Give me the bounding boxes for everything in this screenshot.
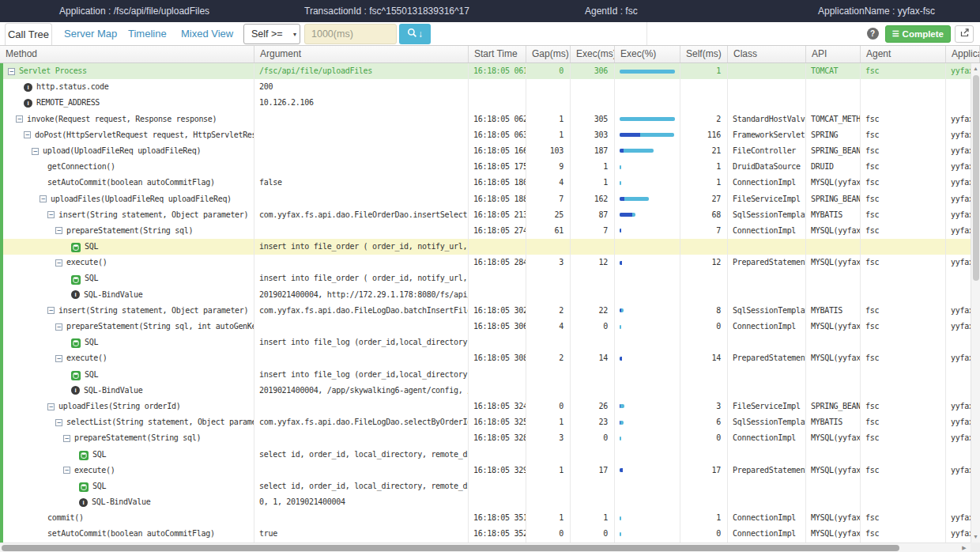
method-cell: −insert(String statement, Object paramet… bbox=[3, 303, 254, 319]
call-tree-row[interactable]: −execute()16:18:05 30821414PreparedState… bbox=[3, 350, 980, 366]
tab-call-tree[interactable]: Call Tree bbox=[5, 23, 52, 45]
start-cell bbox=[469, 447, 526, 463]
vertical-scroll-thumb[interactable] bbox=[973, 75, 979, 281]
argument-cell: /fsc/api/file/uploadFiles bbox=[254, 63, 469, 79]
call-tree-row[interactable]: getConnection()16:18:05 175911DruidDataS… bbox=[3, 159, 980, 175]
gap-cell: 1 bbox=[526, 463, 571, 478]
call-tree-page: Application : /fsc/api/file/uploadFiles … bbox=[0, 0, 980, 552]
method-cell: −uploadFiles(String orderId) bbox=[3, 399, 254, 414]
call-tree-row[interactable]: −uploadFiles(String orderId)16:18:05 324… bbox=[3, 399, 980, 414]
call-tree-row[interactable]: SQLinsert into file_order ( order_id, no… bbox=[3, 270, 980, 286]
call-tree-row[interactable]: SQLinsert into file_order ( order_id, no… bbox=[3, 239, 980, 255]
api-cell: MYSQL(yyfax_… bbox=[806, 430, 861, 446]
call-tree-row[interactable]: SQLinsert into file_log (order_id,local_… bbox=[3, 367, 980, 383]
call-tree-row[interactable]: SQLinsert into file_log (order_id,local_… bbox=[3, 335, 980, 350]
argument-cell: insert into file_order ( order_id, notif… bbox=[254, 239, 469, 255]
call-tree-row[interactable]: −doPost(HttpServletRequest request, Http… bbox=[3, 127, 980, 143]
collapse-icon[interactable]: − bbox=[40, 195, 47, 202]
agent-cell: fsc bbox=[861, 207, 946, 223]
call-tree-row[interactable]: −insert(String statement, Object paramet… bbox=[3, 207, 980, 223]
call-tree-row[interactable]: iSQL-BindValue0, 1, 2019021400004 bbox=[3, 494, 980, 510]
collapse-icon[interactable]: − bbox=[55, 355, 62, 362]
horizontal-scroll-thumb[interactable] bbox=[2, 545, 899, 551]
help-icon[interactable]: ? bbox=[867, 28, 879, 40]
call-tree-row[interactable]: −execute()16:18:05 28431212PreparedState… bbox=[3, 255, 980, 270]
class-cell: SqlSessionTemplate bbox=[728, 414, 806, 430]
call-tree-row[interactable]: SQLselect id, order_id, local_directory,… bbox=[3, 478, 980, 494]
collapse-icon[interactable]: − bbox=[16, 115, 23, 123]
call-tree-row[interactable]: −insert(String statement, Object paramet… bbox=[3, 303, 980, 319]
call-tree-row[interactable]: setAutoCommit(boolean autoCommitFlag)fal… bbox=[3, 175, 980, 191]
agent-cell bbox=[861, 239, 946, 255]
collapse-icon[interactable]: − bbox=[47, 307, 55, 314]
exec-cell: 1 bbox=[571, 159, 615, 175]
call-tree-row[interactable]: ihttp.status.code200 bbox=[3, 79, 980, 95]
filter-type-select[interactable]: Self >= ▾ bbox=[243, 24, 300, 44]
scroll-up-arrow-icon[interactable]: ▲ bbox=[971, 64, 980, 74]
horizontal-scrollbar[interactable]: ▶ bbox=[0, 543, 980, 552]
call-tree-row[interactable]: −prepareStatement(String sql)16:18:05 27… bbox=[3, 223, 980, 239]
call-tree-row[interactable]: −uploadFiles(UploadFileReq uploadFileReq… bbox=[3, 191, 980, 207]
collapse-icon[interactable]: − bbox=[63, 435, 70, 442]
call-tree-row[interactable]: iREMOTE_ADDRESS10.126.2.106 bbox=[3, 95, 980, 111]
exec-percent-bar bbox=[620, 229, 675, 233]
self-cell: 12 bbox=[680, 255, 728, 270]
execbar-cell bbox=[615, 526, 680, 542]
method-cell: −invoke(Request request, Response respon… bbox=[3, 112, 254, 127]
call-tree-row[interactable]: −invoke(Request request, Response respon… bbox=[3, 112, 980, 127]
api-cell: TOMCAT_METHOD bbox=[806, 112, 861, 127]
execbar-cell bbox=[615, 335, 680, 350]
method-cell: setAutoCommit(boolean autoCommitFlag) bbox=[3, 526, 254, 542]
export-button[interactable] bbox=[955, 25, 974, 43]
api-cell: SPRING_BEAN bbox=[806, 191, 861, 207]
collapse-icon[interactable]: − bbox=[47, 403, 55, 410]
call-tree-row[interactable]: −prepareStatement(String sql)16:18:05 32… bbox=[3, 430, 980, 446]
method-cell: SQL bbox=[3, 478, 254, 494]
collapse-icon[interactable]: − bbox=[55, 419, 62, 426]
search-button[interactable]: ↓ bbox=[399, 24, 431, 44]
method-cell: −execute() bbox=[3, 463, 254, 478]
scroll-right-arrow-icon[interactable]: ▶ bbox=[959, 543, 969, 552]
call-tree-row[interactable]: iSQL-BindValue2019021400004, http://172.… bbox=[3, 287, 980, 303]
transaction-application-path: Application : /fsc/api/file/uploadFiles bbox=[59, 6, 209, 17]
collapse-icon[interactable]: − bbox=[55, 259, 62, 267]
call-tree-row[interactable]: SQLselect id, order_id, local_directory,… bbox=[3, 447, 980, 463]
agent-cell bbox=[861, 335, 946, 350]
call-tree-row[interactable]: setAutoCommit(boolean autoCommitFlag)tru… bbox=[3, 526, 980, 542]
argument-cell bbox=[254, 510, 469, 526]
collapse-icon[interactable]: − bbox=[47, 211, 55, 218]
method-label: prepareStatement(String sql) bbox=[66, 223, 193, 239]
tab-timeline[interactable]: Timeline bbox=[128, 22, 167, 45]
collapse-icon[interactable]: − bbox=[55, 323, 62, 331]
method-cell: SQL bbox=[3, 335, 254, 350]
call-tree-row[interactable]: −upload(UploadFileReq uploadFileReq)16:1… bbox=[3, 143, 980, 159]
call-tree-row[interactable]: commit()16:18:05 351111ConnectionImplMYS… bbox=[3, 510, 980, 526]
agent-cell: fsc bbox=[861, 255, 946, 270]
column-header-argument: Argument bbox=[254, 46, 469, 62]
argument-cell bbox=[254, 143, 469, 159]
sql-icon bbox=[71, 242, 81, 251]
method-cell: −execute() bbox=[3, 255, 254, 270]
self-cell bbox=[680, 478, 728, 494]
call-tree-row[interactable]: −execute()16:18:05 32911717PreparedState… bbox=[3, 463, 980, 478]
call-tree-row[interactable]: iSQL-BindValue2019021400004, /app/skywal… bbox=[3, 383, 980, 399]
call-tree-row[interactable]: −prepareStatement(String sql, int autoGe… bbox=[3, 319, 980, 335]
scroll-down-arrow-icon[interactable]: ▼ bbox=[971, 532, 980, 542]
method-label: uploadFiles(String orderId) bbox=[58, 399, 180, 414]
collapse-icon[interactable]: − bbox=[8, 68, 15, 75]
class-cell: PreparedStatement bbox=[728, 255, 806, 270]
collapse-icon[interactable]: − bbox=[55, 227, 62, 234]
call-tree-row[interactable]: −Servlet Process/fsc/api/file/uploadFile… bbox=[3, 63, 980, 79]
complete-button[interactable]: ☰ Complete bbox=[885, 25, 951, 43]
vertical-scrollbar[interactable]: ▲ ▼ bbox=[971, 63, 980, 543]
api-cell: MYBATIS bbox=[806, 303, 861, 319]
filter-threshold-input[interactable] bbox=[304, 24, 397, 44]
tab-mixed-view[interactable]: Mixed View bbox=[181, 22, 233, 45]
collapse-icon[interactable]: − bbox=[32, 148, 39, 155]
call-tree-row[interactable]: −selectList(String statement, Object par… bbox=[3, 414, 980, 430]
sort-descending-icon: ↓ bbox=[418, 28, 423, 40]
tab-server-map[interactable]: Server Map bbox=[64, 22, 117, 45]
collapse-icon[interactable]: − bbox=[63, 467, 70, 474]
agent-cell: fsc bbox=[861, 63, 946, 79]
collapse-icon[interactable]: − bbox=[24, 131, 31, 138]
